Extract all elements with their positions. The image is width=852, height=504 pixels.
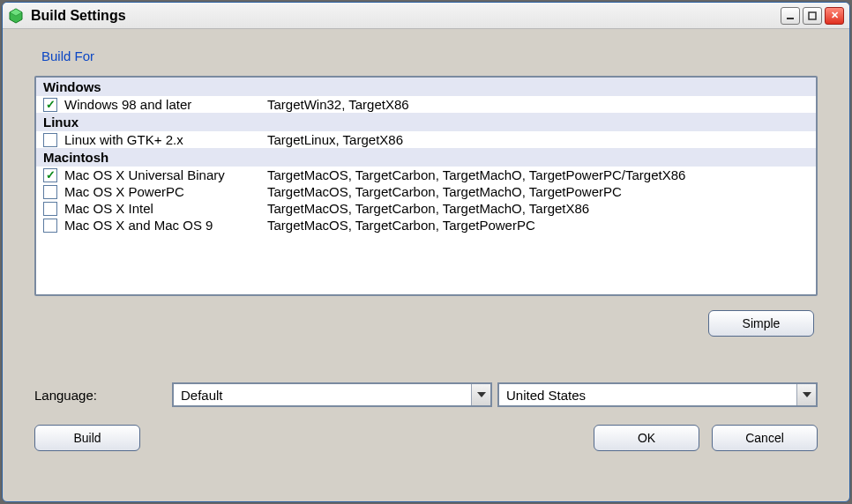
build-for-label: Build For	[41, 48, 818, 63]
row-targets: TargetMacOS, TargetCarbon, TargetMachO, …	[267, 184, 809, 199]
simple-button-row: Simple	[34, 310, 818, 337]
combo-value: United States	[499, 388, 796, 403]
window-title: Build Settings	[31, 8, 781, 24]
row-macuniversal[interactable]: ✓ Mac OS X Universal Binary TargetMacOS,…	[36, 167, 816, 183]
group-windows: Windows	[36, 78, 816, 96]
build-targets-list: Windows ✓ Windows 98 and later TargetWin…	[34, 76, 818, 296]
checkbox-linuxgtk[interactable]	[43, 133, 57, 147]
row-targets: TargetMacOS, TargetCarbon, TargetPowerPC	[267, 218, 809, 233]
row-targets: TargetMacOS, TargetCarbon, TargetMachO, …	[267, 167, 809, 182]
checkbox-macos9[interactable]	[43, 219, 57, 233]
window-buttons: ✕	[781, 7, 844, 25]
build-button[interactable]: Build	[34, 425, 140, 451]
combo-value: Default	[174, 388, 471, 403]
language-combo-1[interactable]: Default	[172, 382, 492, 407]
row-macos9[interactable]: Mac OS X and Mac OS 9 TargetMacOS, Targe…	[36, 217, 816, 233]
chevron-down-icon[interactable]	[796, 384, 816, 405]
row-macppc[interactable]: Mac OS X PowerPC TargetMacOS, TargetCarb…	[36, 183, 816, 200]
language-combo-2[interactable]: United States	[497, 382, 818, 407]
row-label: Linux with GTK+ 2.x	[64, 132, 267, 147]
cancel-button[interactable]: Cancel	[712, 425, 818, 451]
group-macintosh: Macintosh	[36, 148, 816, 167]
checkbox-macintel[interactable]	[43, 202, 57, 216]
checkbox-windows98[interactable]: ✓	[43, 98, 57, 112]
language-label: Language:	[34, 388, 167, 403]
row-label: Windows 98 and later	[64, 97, 267, 112]
ok-button[interactable]: OK	[594, 425, 699, 451]
titlebar[interactable]: Build Settings ✕	[3, 3, 849, 29]
checkbox-macppc[interactable]	[43, 185, 57, 199]
dialog-content: Build For Windows ✓ Windows 98 and later…	[3, 29, 849, 501]
row-linuxgtk[interactable]: Linux with GTK+ 2.x TargetLinux, TargetX…	[36, 131, 816, 148]
svg-rect-2	[787, 18, 794, 19]
build-settings-window: Build Settings ✕ Build For Windows ✓ Win…	[2, 2, 850, 502]
row-windows98[interactable]: ✓ Windows 98 and later TargetWin32, Targ…	[36, 96, 816, 113]
close-button[interactable]: ✕	[825, 7, 844, 25]
row-macintel[interactable]: Mac OS X Intel TargetMacOS, TargetCarbon…	[36, 200, 816, 217]
chevron-down-icon[interactable]	[471, 384, 490, 405]
row-label: Mac OS X PowerPC	[64, 184, 267, 199]
simple-button[interactable]: Simple	[708, 310, 814, 337]
svg-marker-4	[477, 392, 486, 397]
row-targets: TargetWin32, TargetX86	[267, 97, 809, 112]
row-targets: TargetMacOS, TargetCarbon, TargetMachO, …	[267, 201, 809, 216]
checkbox-macuniversal[interactable]: ✓	[43, 168, 57, 182]
language-row: Language: Default United States	[34, 382, 818, 407]
row-label: Mac OS X and Mac OS 9	[64, 218, 267, 233]
bottom-button-row: Build OK Cancel	[34, 425, 818, 451]
group-linux: Linux	[36, 113, 816, 131]
row-targets: TargetLinux, TargetX86	[267, 132, 809, 147]
minimize-button[interactable]	[781, 7, 800, 25]
svg-rect-3	[809, 12, 816, 19]
row-label: Mac OS X Universal Binary	[64, 167, 267, 182]
app-icon	[8, 8, 24, 24]
svg-marker-5	[803, 392, 811, 397]
row-label: Mac OS X Intel	[64, 201, 267, 216]
maximize-button[interactable]	[803, 7, 822, 25]
